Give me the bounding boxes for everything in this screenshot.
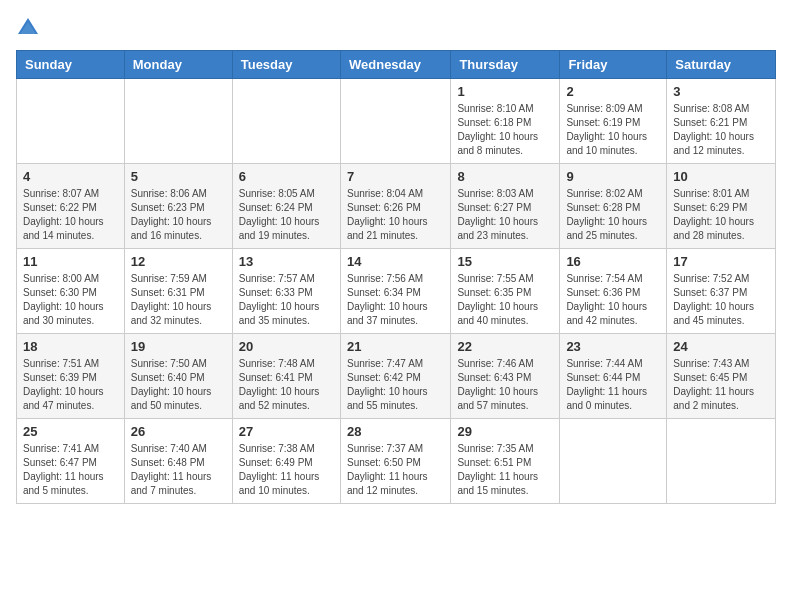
day-number: 16 <box>566 254 660 269</box>
day-number: 2 <box>566 84 660 99</box>
calendar-day-cell: 9Sunrise: 8:02 AMSunset: 6:28 PMDaylight… <box>560 164 667 249</box>
calendar-day-cell: 22Sunrise: 7:46 AMSunset: 6:43 PMDayligh… <box>451 334 560 419</box>
day-info: Sunrise: 7:37 AMSunset: 6:50 PMDaylight:… <box>347 442 444 498</box>
day-number: 7 <box>347 169 444 184</box>
calendar-day-cell: 7Sunrise: 8:04 AMSunset: 6:26 PMDaylight… <box>340 164 450 249</box>
calendar-week-row: 11Sunrise: 8:00 AMSunset: 6:30 PMDayligh… <box>17 249 776 334</box>
day-info: Sunrise: 8:02 AMSunset: 6:28 PMDaylight:… <box>566 187 660 243</box>
day-info: Sunrise: 7:52 AMSunset: 6:37 PMDaylight:… <box>673 272 769 328</box>
calendar-day-cell <box>667 419 776 504</box>
day-of-week-header: Sunday <box>17 51 125 79</box>
day-number: 25 <box>23 424 118 439</box>
day-of-week-header: Saturday <box>667 51 776 79</box>
day-info: Sunrise: 8:08 AMSunset: 6:21 PMDaylight:… <box>673 102 769 158</box>
calendar-day-cell: 13Sunrise: 7:57 AMSunset: 6:33 PMDayligh… <box>232 249 340 334</box>
day-number: 20 <box>239 339 334 354</box>
calendar-week-row: 4Sunrise: 8:07 AMSunset: 6:22 PMDaylight… <box>17 164 776 249</box>
day-info: Sunrise: 7:57 AMSunset: 6:33 PMDaylight:… <box>239 272 334 328</box>
calendar-day-cell <box>17 79 125 164</box>
day-info: Sunrise: 7:44 AMSunset: 6:44 PMDaylight:… <box>566 357 660 413</box>
day-info: Sunrise: 8:04 AMSunset: 6:26 PMDaylight:… <box>347 187 444 243</box>
day-number: 17 <box>673 254 769 269</box>
calendar-day-cell: 29Sunrise: 7:35 AMSunset: 6:51 PMDayligh… <box>451 419 560 504</box>
day-info: Sunrise: 8:07 AMSunset: 6:22 PMDaylight:… <box>23 187 118 243</box>
calendar-day-cell <box>340 79 450 164</box>
calendar-day-cell: 16Sunrise: 7:54 AMSunset: 6:36 PMDayligh… <box>560 249 667 334</box>
calendar-day-cell: 28Sunrise: 7:37 AMSunset: 6:50 PMDayligh… <box>340 419 450 504</box>
day-number: 10 <box>673 169 769 184</box>
day-info: Sunrise: 7:59 AMSunset: 6:31 PMDaylight:… <box>131 272 226 328</box>
day-info: Sunrise: 7:50 AMSunset: 6:40 PMDaylight:… <box>131 357 226 413</box>
day-info: Sunrise: 8:09 AMSunset: 6:19 PMDaylight:… <box>566 102 660 158</box>
day-number: 3 <box>673 84 769 99</box>
day-number: 19 <box>131 339 226 354</box>
calendar-day-cell: 25Sunrise: 7:41 AMSunset: 6:47 PMDayligh… <box>17 419 125 504</box>
day-number: 14 <box>347 254 444 269</box>
day-info: Sunrise: 7:51 AMSunset: 6:39 PMDaylight:… <box>23 357 118 413</box>
day-info: Sunrise: 8:06 AMSunset: 6:23 PMDaylight:… <box>131 187 226 243</box>
calendar-header-row: SundayMondayTuesdayWednesdayThursdayFrid… <box>17 51 776 79</box>
day-of-week-header: Friday <box>560 51 667 79</box>
day-info: Sunrise: 8:05 AMSunset: 6:24 PMDaylight:… <box>239 187 334 243</box>
day-number: 21 <box>347 339 444 354</box>
logo <box>16 16 44 40</box>
day-number: 11 <box>23 254 118 269</box>
day-number: 24 <box>673 339 769 354</box>
day-number: 26 <box>131 424 226 439</box>
page-header <box>16 16 776 40</box>
calendar-day-cell: 23Sunrise: 7:44 AMSunset: 6:44 PMDayligh… <box>560 334 667 419</box>
calendar-day-cell: 1Sunrise: 8:10 AMSunset: 6:18 PMDaylight… <box>451 79 560 164</box>
day-number: 29 <box>457 424 553 439</box>
day-info: Sunrise: 7:46 AMSunset: 6:43 PMDaylight:… <box>457 357 553 413</box>
day-number: 1 <box>457 84 553 99</box>
day-info: Sunrise: 8:10 AMSunset: 6:18 PMDaylight:… <box>457 102 553 158</box>
calendar-day-cell: 3Sunrise: 8:08 AMSunset: 6:21 PMDaylight… <box>667 79 776 164</box>
day-number: 12 <box>131 254 226 269</box>
day-info: Sunrise: 7:40 AMSunset: 6:48 PMDaylight:… <box>131 442 226 498</box>
calendar-day-cell <box>232 79 340 164</box>
calendar-day-cell: 20Sunrise: 7:48 AMSunset: 6:41 PMDayligh… <box>232 334 340 419</box>
calendar-week-row: 18Sunrise: 7:51 AMSunset: 6:39 PMDayligh… <box>17 334 776 419</box>
day-number: 8 <box>457 169 553 184</box>
day-number: 27 <box>239 424 334 439</box>
day-info: Sunrise: 7:38 AMSunset: 6:49 PMDaylight:… <box>239 442 334 498</box>
calendar-day-cell: 4Sunrise: 8:07 AMSunset: 6:22 PMDaylight… <box>17 164 125 249</box>
day-number: 28 <box>347 424 444 439</box>
day-number: 6 <box>239 169 334 184</box>
calendar-day-cell: 15Sunrise: 7:55 AMSunset: 6:35 PMDayligh… <box>451 249 560 334</box>
calendar-day-cell: 11Sunrise: 8:00 AMSunset: 6:30 PMDayligh… <box>17 249 125 334</box>
day-info: Sunrise: 7:41 AMSunset: 6:47 PMDaylight:… <box>23 442 118 498</box>
calendar-table: SundayMondayTuesdayWednesdayThursdayFrid… <box>16 50 776 504</box>
logo-icon <box>16 16 40 40</box>
day-number: 13 <box>239 254 334 269</box>
day-of-week-header: Thursday <box>451 51 560 79</box>
day-number: 4 <box>23 169 118 184</box>
day-info: Sunrise: 8:01 AMSunset: 6:29 PMDaylight:… <box>673 187 769 243</box>
day-info: Sunrise: 8:00 AMSunset: 6:30 PMDaylight:… <box>23 272 118 328</box>
day-info: Sunrise: 7:48 AMSunset: 6:41 PMDaylight:… <box>239 357 334 413</box>
calendar-day-cell: 17Sunrise: 7:52 AMSunset: 6:37 PMDayligh… <box>667 249 776 334</box>
day-of-week-header: Monday <box>124 51 232 79</box>
calendar-day-cell: 27Sunrise: 7:38 AMSunset: 6:49 PMDayligh… <box>232 419 340 504</box>
day-info: Sunrise: 7:56 AMSunset: 6:34 PMDaylight:… <box>347 272 444 328</box>
day-number: 22 <box>457 339 553 354</box>
day-info: Sunrise: 7:55 AMSunset: 6:35 PMDaylight:… <box>457 272 553 328</box>
calendar-day-cell <box>124 79 232 164</box>
day-of-week-header: Tuesday <box>232 51 340 79</box>
day-number: 18 <box>23 339 118 354</box>
calendar-day-cell: 14Sunrise: 7:56 AMSunset: 6:34 PMDayligh… <box>340 249 450 334</box>
day-info: Sunrise: 8:03 AMSunset: 6:27 PMDaylight:… <box>457 187 553 243</box>
day-of-week-header: Wednesday <box>340 51 450 79</box>
calendar-day-cell: 2Sunrise: 8:09 AMSunset: 6:19 PMDaylight… <box>560 79 667 164</box>
calendar-day-cell: 5Sunrise: 8:06 AMSunset: 6:23 PMDaylight… <box>124 164 232 249</box>
calendar-day-cell: 21Sunrise: 7:47 AMSunset: 6:42 PMDayligh… <box>340 334 450 419</box>
calendar-day-cell: 19Sunrise: 7:50 AMSunset: 6:40 PMDayligh… <box>124 334 232 419</box>
day-info: Sunrise: 7:35 AMSunset: 6:51 PMDaylight:… <box>457 442 553 498</box>
calendar-day-cell: 18Sunrise: 7:51 AMSunset: 6:39 PMDayligh… <box>17 334 125 419</box>
day-info: Sunrise: 7:54 AMSunset: 6:36 PMDaylight:… <box>566 272 660 328</box>
calendar-day-cell: 26Sunrise: 7:40 AMSunset: 6:48 PMDayligh… <box>124 419 232 504</box>
calendar-day-cell: 12Sunrise: 7:59 AMSunset: 6:31 PMDayligh… <box>124 249 232 334</box>
calendar-week-row: 25Sunrise: 7:41 AMSunset: 6:47 PMDayligh… <box>17 419 776 504</box>
day-number: 23 <box>566 339 660 354</box>
calendar-day-cell: 10Sunrise: 8:01 AMSunset: 6:29 PMDayligh… <box>667 164 776 249</box>
